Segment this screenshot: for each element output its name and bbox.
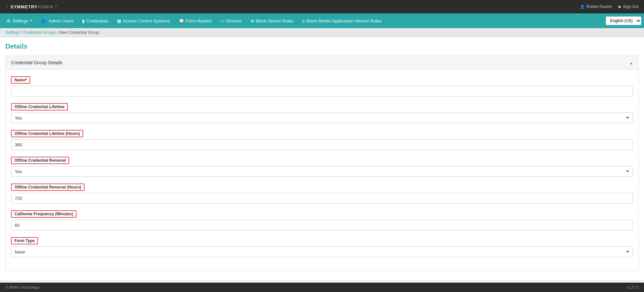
user-profile-link[interactable]: 👤 Robert Davies bbox=[580, 4, 612, 9]
sign-out-link[interactable]: ▶ Sign Out bbox=[619, 4, 639, 9]
offline-removal-hours-input[interactable] bbox=[11, 193, 633, 204]
content-wrapper: Settings / Credential Groups / New Crede… bbox=[0, 28, 644, 280]
block-device-icon: ⊗ bbox=[251, 18, 254, 23]
breadcrumb-sep-2: / bbox=[57, 30, 59, 35]
logo-text: SYMMETRYADMIN ® bbox=[10, 4, 57, 9]
logo: ↑ SYMMETRYADMIN ® bbox=[5, 3, 57, 10]
nav-block-device-label: Block Device Rules bbox=[256, 18, 293, 23]
form-group-offline-lifetime-hours: Offline Credential Lifetime (Hours) bbox=[11, 130, 633, 150]
breadcrumb-settings[interactable]: Settings bbox=[5, 30, 20, 35]
header-right: 👤 Robert Davies ▶ Sign Out bbox=[580, 4, 639, 9]
form-replies-icon: 💬 bbox=[179, 18, 184, 23]
nav-access-control-label: Access Control Systems bbox=[123, 18, 170, 23]
nav-bar: ⚙ Settings ▼ 👥 Admin Users ▮ Credentials… bbox=[0, 13, 644, 28]
offline-lifetime-hours-label: Offline Credential Lifetime (Hours) bbox=[11, 130, 83, 137]
form-group-name: Name* bbox=[11, 76, 633, 96]
collapse-icon bbox=[630, 60, 633, 65]
breadcrumb-current: New Credential Group bbox=[59, 30, 99, 35]
form-type-label: Form Type bbox=[11, 237, 38, 244]
nav-form-replies-label: Form Replies bbox=[186, 18, 212, 23]
nav-item-settings[interactable]: ⚙ Settings ▼ bbox=[3, 16, 37, 25]
nav-credentials-label: Credentials bbox=[86, 18, 108, 23]
form-group-callhome-frequency: Callhome Frequency (Minutes) bbox=[11, 210, 633, 230]
access-control-icon: ▩ bbox=[117, 18, 121, 23]
card-header[interactable]: Credential Group Details bbox=[6, 56, 638, 70]
offline-lifetime-select[interactable]: Yes No bbox=[11, 113, 633, 123]
form-group-offline-lifetime: Offline Credential Lifetime Yes No bbox=[11, 103, 633, 123]
form-group-offline-removal-hours: Offline Credential Removal (Hours) bbox=[11, 184, 633, 204]
nav-item-access-control[interactable]: ▩ Access Control Systems bbox=[113, 16, 174, 25]
nav-item-form-replies[interactable]: 💬 Form Replies bbox=[175, 16, 216, 25]
form-group-form-type: Form Type None bbox=[11, 237, 633, 257]
callhome-frequency-label: Callhome Frequency (Minutes) bbox=[11, 210, 76, 218]
offline-lifetime-hours-input[interactable] bbox=[11, 139, 633, 150]
nav-settings-label: Settings bbox=[12, 18, 28, 23]
block-mobile-icon: ⌀ bbox=[302, 18, 305, 23]
callhome-frequency-input[interactable] bbox=[11, 220, 633, 230]
page-title: Details bbox=[5, 43, 639, 50]
logo-symbol: ↑ bbox=[5, 3, 9, 10]
breadcrumb: Settings / Credential Groups / New Crede… bbox=[0, 28, 644, 37]
nav-item-devices[interactable]: ▭ Devices bbox=[216, 16, 246, 25]
main-content: Details Credential Group Details Name* O… bbox=[0, 37, 644, 280]
card-title: Credential Group Details bbox=[11, 60, 62, 65]
card-body: Name* Offline Credential Lifetime Yes No bbox=[6, 70, 638, 271]
name-input[interactable] bbox=[11, 86, 633, 96]
sign-out-label: Sign Out bbox=[623, 4, 639, 9]
user-name: Robert Davies bbox=[586, 4, 612, 9]
sign-out-icon: ▶ bbox=[619, 4, 622, 9]
nav-item-block-mobile-rules[interactable]: ⌀ Block Mobile Application Version Rules bbox=[298, 16, 386, 25]
nav-admin-users-label: Admin Users bbox=[49, 18, 73, 23]
name-label: Name* bbox=[11, 76, 30, 84]
credential-group-card: Credential Group Details Name* Offline C… bbox=[5, 56, 639, 271]
offline-lifetime-label: Offline Credential Lifetime bbox=[11, 103, 68, 111]
form-type-select[interactable]: None bbox=[11, 246, 633, 257]
offline-removal-select[interactable]: Yes No bbox=[11, 166, 633, 177]
credentials-icon: ▮ bbox=[82, 18, 85, 23]
breadcrumb-credential-groups[interactable]: Credential Groups bbox=[23, 30, 56, 35]
nav-item-admin-users[interactable]: 👥 Admin Users bbox=[38, 16, 77, 25]
nav-item-credentials[interactable]: ▮ Credentials bbox=[78, 16, 112, 25]
devices-icon: ▭ bbox=[220, 18, 224, 23]
offline-removal-label: Offline Credential Removal bbox=[11, 157, 69, 164]
top-header: ↑ SYMMETRYADMIN ® 👤 Robert Davies ▶ Sign… bbox=[0, 0, 644, 13]
nav-devices-label: Devices bbox=[226, 18, 241, 23]
settings-icon: ⚙ bbox=[7, 18, 11, 23]
dropdown-arrow: ▼ bbox=[30, 19, 33, 22]
admin-users-icon: 👥 bbox=[42, 18, 47, 23]
offline-removal-hours-label: Offline Credential Removal (Hours) bbox=[11, 184, 85, 191]
nav-block-mobile-label: Block Mobile Application Version Rules bbox=[307, 18, 382, 23]
nav-item-block-device-rules[interactable]: ⊗ Block Device Rules bbox=[247, 16, 298, 25]
user-icon: 👤 bbox=[580, 4, 585, 9]
form-group-offline-removal: Offline Credential Removal Yes No bbox=[11, 157, 633, 177]
language-selector[interactable]: English (US) bbox=[606, 16, 641, 25]
